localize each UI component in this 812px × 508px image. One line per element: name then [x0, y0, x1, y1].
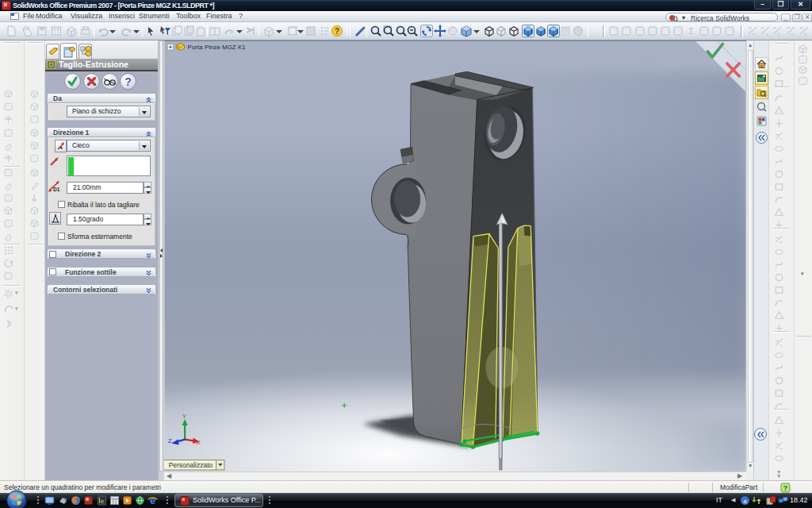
svg-text:e: e: [150, 495, 155, 506]
svg-text:Personalizzato: Personalizzato: [169, 461, 213, 469]
svg-text:?: ?: [783, 484, 788, 492]
svg-text:a: a: [743, 498, 747, 505]
svg-text:X: X: [197, 439, 201, 446]
svg-text:Σ: Σ: [689, 26, 695, 36]
svg-text:Porta Pinze MGZ K1: Porta Pinze MGZ K1: [188, 44, 247, 51]
svg-text:Y: Y: [182, 413, 187, 420]
svg-text:Z: Z: [168, 437, 172, 444]
svg-text:e: e: [101, 498, 105, 505]
svg-text:?: ?: [124, 75, 132, 88]
svg-text:?: ?: [335, 27, 339, 36]
svg-text:D1: D1: [53, 187, 60, 192]
